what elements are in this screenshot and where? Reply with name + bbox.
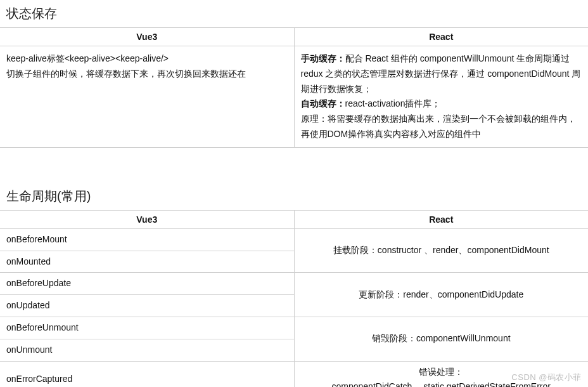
react-bold1: 手动缓存： xyxy=(301,53,345,63)
header-vue3: Vue3 xyxy=(0,210,294,228)
cell-vue: onBeforeMount xyxy=(0,228,294,251)
header-react: React xyxy=(294,210,588,228)
react-error-l1: 错误处理： xyxy=(419,367,463,377)
table-lifecycle: Vue3 React onBeforeMount 挂载阶段：constructo… xyxy=(0,210,588,387)
cell-vue: onBeforeUpdate xyxy=(0,273,294,295)
table-state-save: Vue3 React keep-alive标签<keep-alive><keep… xyxy=(0,27,588,148)
watermark: CSDN @码农小菲 xyxy=(511,372,582,383)
vue-line1: keep-alive标签<keep-alive><keep-alive/> xyxy=(6,51,288,67)
cell-react: 挂载阶段：constructor 、render、componentDidMou… xyxy=(294,228,588,273)
cell-react-content: 手动缓存：配合 React 组件的 componentWillUnmount 生… xyxy=(294,46,588,148)
table-row: onBeforeUpdate 更新阶段：render、componentDidU… xyxy=(0,273,588,295)
react-text3: 原理：将需要缓存的数据抽离出来，渲染到一个不会被卸载的组件内，再使用DOM操作将… xyxy=(301,114,576,139)
react-bold2: 自动缓存： xyxy=(301,98,345,108)
vue-line2: 切换子组件的时候，将缓存数据下来，再次切换回来数据还在 xyxy=(6,67,288,82)
section2-title: 生命周期(常用) xyxy=(0,183,588,210)
cell-react: 更新阶段：render、componentDidUpdate xyxy=(294,273,588,317)
cell-vue: onErrorCaptured xyxy=(0,361,294,387)
header-react: React xyxy=(294,28,588,46)
cell-vue-content: keep-alive标签<keep-alive><keep-alive/> 切换… xyxy=(0,46,294,148)
react-text2: react-activation插件库； xyxy=(345,98,441,108)
cell-vue: onBeforeUnmount xyxy=(0,317,294,339)
spacer xyxy=(0,148,588,183)
header-vue3: Vue3 xyxy=(0,28,294,46)
table-row: keep-alive标签<keep-alive><keep-alive/> 切换… xyxy=(0,46,588,148)
table-row: Vue3 React xyxy=(0,28,588,46)
table-row: onBeforeMount 挂载阶段：constructor 、render、c… xyxy=(0,228,588,251)
table-row: onBeforeUnmount 销毁阶段：componentWillUnmoun… xyxy=(0,317,588,339)
table-row: onErrorCaptured 错误处理： componentDidCatch … xyxy=(0,361,588,387)
section1-title: 状态保存 xyxy=(0,0,588,27)
table-row: Vue3 React xyxy=(0,210,588,228)
cell-react: 销毁阶段：componentWillUnmount xyxy=(294,317,588,361)
cell-vue: onUpdated xyxy=(0,295,294,317)
cell-vue: onUnmount xyxy=(0,339,294,361)
cell-vue: onMounted xyxy=(0,251,294,273)
